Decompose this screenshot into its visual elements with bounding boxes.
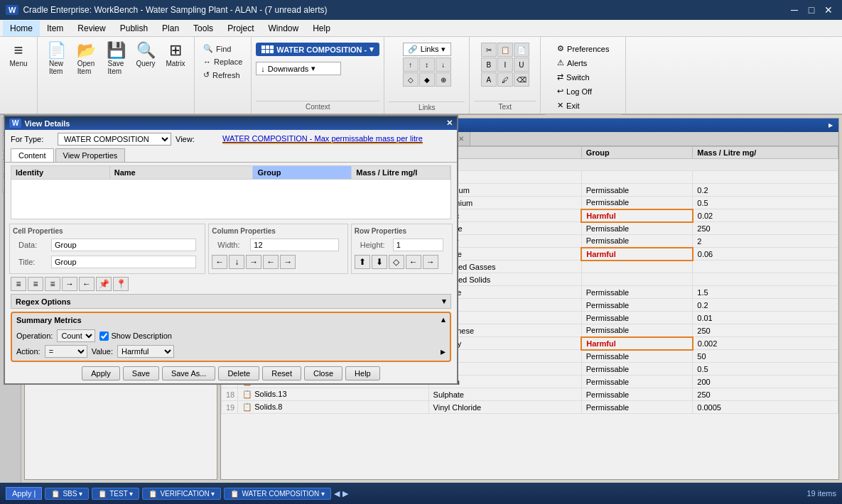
row-icon-5[interactable]: →: [423, 255, 438, 269]
row-icon-3[interactable]: ◇: [389, 255, 404, 269]
save-button[interactable]: Save: [123, 366, 159, 380]
col-icon-4[interactable]: ←: [263, 255, 279, 269]
col-icon-3[interactable]: →: [246, 255, 261, 269]
menu-window[interactable]: Window: [261, 21, 306, 36]
menu-tools[interactable]: Tools: [186, 21, 220, 36]
links-dropdown[interactable]: 🔗 Links ▾: [403, 43, 451, 56]
tab-content[interactable]: Content: [11, 148, 54, 162]
nav-next-button[interactable]: ▶: [342, 489, 348, 498]
text-icon-3[interactable]: 📄: [514, 43, 529, 57]
query-expand-icon[interactable]: ▸: [828, 121, 833, 130]
row-props-label: Row Properties: [355, 227, 449, 235]
direction-dropdown[interactable]: ↓ Downwards ▾: [256, 62, 341, 75]
menu-button[interactable]: ≡ Menu: [4, 40, 33, 70]
unpin-btn[interactable]: 📍: [113, 277, 129, 291]
find-button[interactable]: 🔍 Find: [199, 43, 247, 55]
open-item-button[interactable]: 📂 OpenItem: [72, 40, 100, 78]
align-right-btn[interactable]: ≡: [45, 277, 60, 291]
switch-button[interactable]: ⇄ Switch: [553, 71, 613, 83]
row-height-input[interactable]: [393, 239, 443, 251]
status-tab-sbs[interactable]: 📋 SBS ▾: [45, 488, 89, 500]
links-icon-3[interactable]: ↓: [436, 57, 451, 72]
links-icon-5[interactable]: ◆: [419, 72, 435, 87]
minimize-button[interactable]: ─: [787, 4, 802, 16]
text-icon-5[interactable]: I: [497, 57, 513, 72]
pin-btn[interactable]: 📌: [96, 277, 112, 291]
value-select[interactable]: Harmful: [117, 345, 174, 358]
col-icon-1[interactable]: ←: [212, 255, 227, 269]
row-mass: [693, 273, 838, 286]
for-type-select[interactable]: WATER COMPOSITION: [58, 133, 171, 146]
operation-select[interactable]: Count: [57, 329, 95, 342]
view-details-close-button[interactable]: ✕: [446, 119, 453, 128]
summary-metrics-header[interactable]: Summary Metrics ▴: [12, 313, 450, 327]
menu-plan[interactable]: Plan: [155, 21, 186, 36]
maximize-button[interactable]: □: [804, 4, 819, 16]
show-desc-checkbox[interactable]: [99, 332, 109, 341]
status-tab-water[interactable]: 📋 WATER COMPOSITION ▾: [224, 488, 331, 500]
links-icon-2[interactable]: ↕: [419, 57, 435, 72]
query-tab-close-1[interactable]: ✕: [458, 135, 464, 143]
regex-options-chevron: ▾: [442, 297, 446, 306]
links-icon-6[interactable]: ⊕: [436, 72, 451, 87]
view-value-link[interactable]: WATER COMPOSITION - Max permissable mass…: [222, 134, 423, 144]
refresh-button[interactable]: ↺ Refresh: [199, 69, 247, 81]
log-off-button[interactable]: ↩ Log Off: [553, 85, 613, 97]
replace-button[interactable]: ↔ Replace: [199, 56, 247, 67]
links-icon-4[interactable]: ◇: [403, 72, 419, 87]
row-icon-2[interactable]: ⬇: [372, 255, 387, 269]
menu-project[interactable]: Project: [220, 21, 261, 36]
text-icon-4[interactable]: B: [481, 57, 497, 72]
menu-item[interactable]: Item: [40, 21, 70, 36]
row-icon-1[interactable]: ⬆: [355, 255, 370, 269]
alerts-button[interactable]: ⚠ Alerts: [553, 57, 613, 69]
text-icon-1[interactable]: ✂: [481, 43, 497, 57]
scroll-right-btn[interactable]: ▸: [441, 346, 446, 357]
status-tab-test[interactable]: 📋 TEST ▾: [92, 488, 139, 500]
text-icon-8[interactable]: 🖊: [497, 72, 513, 87]
row-mass: 0.0005: [693, 401, 838, 414]
query-button[interactable]: 🔍 Query: [131, 40, 160, 70]
col-icon-2[interactable]: ↓: [229, 255, 244, 269]
menu-publish[interactable]: Publish: [113, 21, 155, 36]
col-icon-5[interactable]: →: [280, 255, 296, 269]
save-as-button[interactable]: Save As...: [162, 366, 216, 380]
action-select[interactable]: =: [45, 345, 87, 358]
alerts-icon: ⚠: [557, 58, 564, 67]
new-item-button[interactable]: 📄 NewItem: [42, 40, 70, 78]
save-item-button[interactable]: 💾 SaveItem: [102, 40, 130, 78]
matrix-button[interactable]: ⊞ Matrix: [161, 40, 190, 70]
row-mass: 50: [693, 350, 838, 363]
align-center-btn[interactable]: ≡: [28, 277, 43, 291]
menu-home[interactable]: Home: [3, 21, 40, 36]
text-icon-9[interactable]: ⌫: [514, 72, 529, 87]
status-tab-verification[interactable]: 📋 VERIFICATION ▾: [142, 488, 221, 500]
close-button[interactable]: ✕: [821, 4, 836, 16]
menu-review[interactable]: Review: [70, 21, 112, 36]
apply-button[interactable]: Apply: [82, 366, 120, 380]
row-icon-4[interactable]: ←: [406, 255, 421, 269]
replace-icon: ↔: [203, 57, 211, 66]
menu-help[interactable]: Help: [306, 21, 338, 36]
close-button[interactable]: Close: [304, 366, 342, 380]
preferences-button[interactable]: ⚙ Preferences: [553, 43, 613, 55]
row-identity: 📋Solids.8: [238, 401, 428, 414]
nav-prev-button[interactable]: ◀: [334, 489, 340, 498]
text-icon-6[interactable]: U: [514, 57, 529, 72]
exit-button[interactable]: ✕ Exit: [553, 99, 613, 111]
context-dropdown[interactable]: WATER COMPOSITION - ▾: [256, 43, 379, 56]
outdent-btn[interactable]: ←: [79, 277, 95, 291]
help-button[interactable]: Help: [345, 366, 380, 380]
regex-options-header[interactable]: Regex Options ▾: [11, 295, 450, 308]
tab-view-properties[interactable]: View Properties: [55, 148, 126, 162]
indent-btn[interactable]: →: [62, 277, 77, 291]
reset-button[interactable]: Reset: [262, 366, 301, 380]
col-width-input[interactable]: [250, 239, 338, 251]
text-icon-7[interactable]: A: [481, 72, 497, 87]
delete-button[interactable]: Delete: [218, 366, 259, 380]
matrix-icon: ⊞: [169, 43, 182, 58]
text-icon-2[interactable]: 📋: [497, 43, 513, 57]
links-icon-1[interactable]: ↑: [403, 57, 419, 72]
apply-status-button[interactable]: Apply |: [6, 487, 42, 500]
align-left-btn[interactable]: ≡: [11, 277, 26, 291]
